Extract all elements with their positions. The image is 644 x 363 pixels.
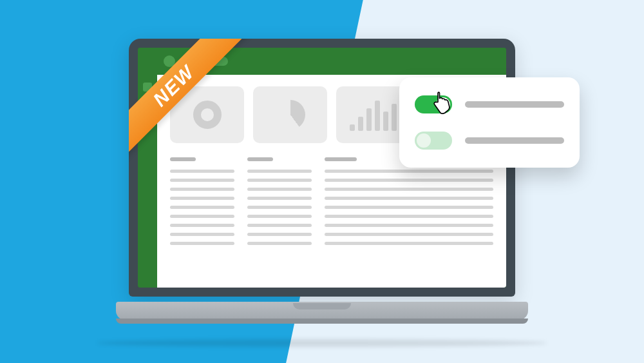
- app-title-placeholder: [183, 57, 228, 66]
- table-cell: [170, 206, 234, 209]
- table-cell: [325, 215, 493, 218]
- app-logo-icon: [164, 55, 175, 67]
- table-cell: [247, 206, 312, 209]
- toggle-label-placeholder: [465, 137, 564, 144]
- toggle-knob: [417, 133, 431, 148]
- pie-chart-icon: [276, 100, 305, 130]
- table-cell: [325, 224, 493, 227]
- table-cell: [325, 242, 493, 245]
- table-cell: [325, 170, 493, 173]
- table-cell: [325, 188, 493, 191]
- table-cell: [170, 242, 234, 245]
- toggle-label-placeholder: [465, 101, 564, 108]
- bar-chart-icon: [350, 99, 397, 131]
- column-header: [325, 157, 357, 161]
- app-topbar: [138, 48, 506, 75]
- card-pie-chart[interactable]: [253, 86, 327, 143]
- table-cell: [325, 206, 493, 209]
- pointer-cursor-icon: [430, 90, 452, 116]
- nav-item-icon[interactable]: [143, 83, 152, 92]
- laptop-notch: [293, 303, 351, 309]
- table-cell: [247, 233, 312, 236]
- side-nav: [138, 75, 157, 288]
- table-cell: [170, 170, 234, 173]
- table-cell: [325, 233, 493, 236]
- table-cell: [170, 179, 234, 182]
- card-donut-chart[interactable]: [170, 86, 244, 143]
- dashboard-table: [170, 157, 493, 245]
- table-cell: [170, 233, 234, 236]
- table-cell: [247, 170, 312, 173]
- column-header: [170, 157, 196, 161]
- laptop-shadow: [97, 339, 547, 347]
- table-cell: [170, 188, 234, 191]
- feature-toggle-off[interactable]: [415, 132, 452, 150]
- table-cell: [247, 188, 312, 191]
- table-cell: [247, 179, 312, 182]
- nav-item-icon[interactable]: [143, 111, 152, 120]
- table-cell: [170, 197, 234, 200]
- column-header: [247, 157, 273, 161]
- table-cell: [247, 197, 312, 200]
- toggle-row: [415, 132, 564, 150]
- table-column: [170, 157, 234, 245]
- table-cell: [170, 215, 234, 218]
- settings-popover: [399, 77, 580, 168]
- table-cell: [247, 224, 312, 227]
- table-cell: [247, 242, 312, 245]
- table-cell: [247, 215, 312, 218]
- donut-chart-icon: [193, 101, 222, 129]
- laptop-edge: [116, 319, 528, 324]
- table-column: [325, 157, 493, 245]
- nav-item-icon[interactable]: [143, 97, 152, 106]
- table-cell: [325, 179, 493, 182]
- table-column: [247, 157, 312, 245]
- table-cell: [170, 224, 234, 227]
- table-cell: [325, 197, 493, 200]
